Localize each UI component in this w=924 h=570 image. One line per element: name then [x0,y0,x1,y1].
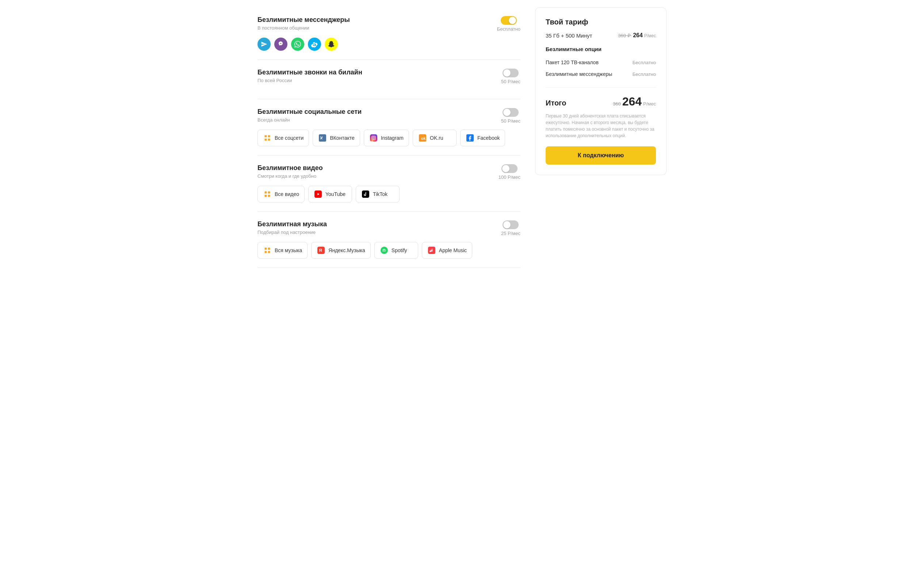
calls-title-block: Безлимитные звонки на билайн По всей Рос… [257,69,362,83]
video-toggle-container: 100 Р/мес [498,164,520,180]
tiktok-label: TikTok [373,191,387,197]
social-option-ok[interactable]: ok OK.ru [413,130,457,146]
apple-music-label: Apple Music [439,247,467,253]
social-header: Безлимитные социальные сети Всегда онлай… [257,108,520,124]
calls-subtitle: По всей России [257,78,362,83]
svg-rect-19 [265,248,267,250]
tariff-option-tv: Пакет 120 ТВ-каналов Бесплатно [546,57,656,68]
messengers-header: Безлимитные мессенджеры В постоянном общ… [257,16,520,32]
svg-point-8 [375,136,375,137]
music-toggle[interactable] [503,221,519,229]
calls-price: 50 Р/мес [501,79,520,84]
grid-icon-music [263,246,272,255]
calls-title: Безлимитные звонки на билайн [257,69,362,76]
social-option-all[interactable]: Все соцсети [257,130,309,146]
svg-rect-14 [265,195,267,197]
tariff-sidebar: Твой тариф 35 Гб + 500 Минут 360 ₽ 264 Р… [535,7,667,268]
video-options: Все видео YouTube TikTok [257,186,520,202]
messengers-subtitle: В постоянном общении [257,25,350,31]
music-title: Безлимитная музыка [257,221,327,228]
svg-text:Я: Я [319,248,322,253]
music-option-yandex[interactable]: Я Яндекс.Музыка [311,242,371,259]
messengers-section: Безлимитные мессенджеры В постоянном общ… [257,7,520,60]
facebook-label: Facebook [477,135,500,141]
facebook-icon [466,133,474,142]
svg-rect-5 [370,134,377,142]
social-toggle[interactable] [503,108,519,117]
messengers-price: Бесплатно [497,26,520,32]
music-option-apple[interactable]: Apple Music [422,242,472,259]
video-subtitle: Смотри когда и где удобно [257,173,323,179]
tariff-specs: 35 Гб + 500 Минут [546,32,592,39]
tariff-price-new: 264 [633,32,643,38]
social-option-vk[interactable]: ВКонтакте [313,130,360,146]
total-description: Первые 30 дней абонентская плата списыва… [546,113,656,139]
youtube-label: YouTube [325,191,346,197]
music-price: 25 Р/мес [501,231,520,236]
social-option-all-label: Все соцсети [275,135,303,141]
tariff-price-old: 360 ₽ [618,33,632,38]
svg-rect-13 [268,192,270,194]
telegram-icon [257,38,271,51]
music-section: Безлимитная музыка Подбирай под настроен… [257,211,520,268]
social-price: 50 Р/мес [501,118,520,124]
music-header: Безлимитная музыка Подбирай под настроен… [257,221,520,236]
music-option-spotify[interactable]: Spotify [374,242,418,259]
tiktok-icon [361,190,370,199]
video-title-block: Безлимитное видео Смотри когда и где удо… [257,164,323,179]
instagram-icon [369,133,378,142]
spotify-icon [380,246,389,255]
grid-icon-video [263,190,272,199]
messengers-toggle[interactable] [501,16,517,25]
svg-rect-21 [265,251,267,253]
video-price: 100 Р/мес [498,175,520,180]
vk-icon [318,133,327,142]
social-title-block: Безлимитные социальные сети Всегда онлай… [257,108,361,123]
total-price-block: 360 264 Р/мес [613,95,656,108]
video-option-youtube[interactable]: YouTube [308,186,352,202]
divider [546,87,656,87]
calls-toggle[interactable] [503,69,519,77]
music-options: Вся музыка Я Яндекс.Музыка Spotify [257,242,520,259]
total-label: Итого [546,99,566,107]
video-option-tiktok[interactable]: TikTok [356,186,400,202]
tariff-option-tv-value: Бесплатно [633,60,656,65]
apple-music-icon [427,246,436,255]
tariff-card: Твой тариф 35 Гб + 500 Минут 360 ₽ 264 Р… [535,7,667,175]
vk-label: ВКонтакте [330,135,354,141]
youtube-icon [314,190,323,199]
svg-rect-15 [268,195,270,197]
viber-icon [274,38,288,51]
video-title: Безлимитное видео [257,164,323,172]
social-option-instagram[interactable]: Instagram [364,130,409,146]
social-subtitle: Всегда онлайн [257,117,361,123]
tariff-option-messengers-label: Безлимитные мессенджеры [546,71,612,77]
video-option-all-label: Все видео [275,191,299,197]
messengers-toggle-container: Бесплатно [497,16,520,32]
svg-rect-4 [319,134,326,142]
social-option-facebook[interactable]: Facebook [460,130,505,146]
messenger-icons-list [257,38,520,51]
main-content: Безлимитные мессенджеры В постоянном общ… [257,7,520,268]
video-header: Безлимитное видео Смотри когда и где удо… [257,164,520,180]
video-section: Безлимитное видео Смотри когда и где удо… [257,155,520,211]
calls-toggle-container: 50 Р/мес [501,69,520,84]
music-option-all[interactable]: Вся музыка [257,242,307,259]
skype-icon [308,38,321,51]
total-row: Итого 360 264 Р/мес [546,95,656,108]
svg-rect-3 [268,139,270,141]
video-option-all[interactable]: Все видео [257,186,304,202]
grid-icon-social [263,133,272,142]
connect-button[interactable]: К подключению [546,146,656,165]
svg-rect-12 [265,192,267,194]
instagram-label: Instagram [381,135,404,141]
ok-icon: ok [418,133,427,142]
total-price-old: 360 [613,101,621,107]
svg-rect-25 [381,247,388,254]
social-options: Все соцсети ВКонтакте Instagram o [257,130,520,146]
video-toggle[interactable] [501,164,518,173]
messengers-title: Безлимитные мессенджеры [257,16,350,24]
whatsapp-icon [291,38,304,51]
spotify-label: Spotify [392,247,407,253]
social-toggle-container: 50 Р/мес [501,108,520,124]
